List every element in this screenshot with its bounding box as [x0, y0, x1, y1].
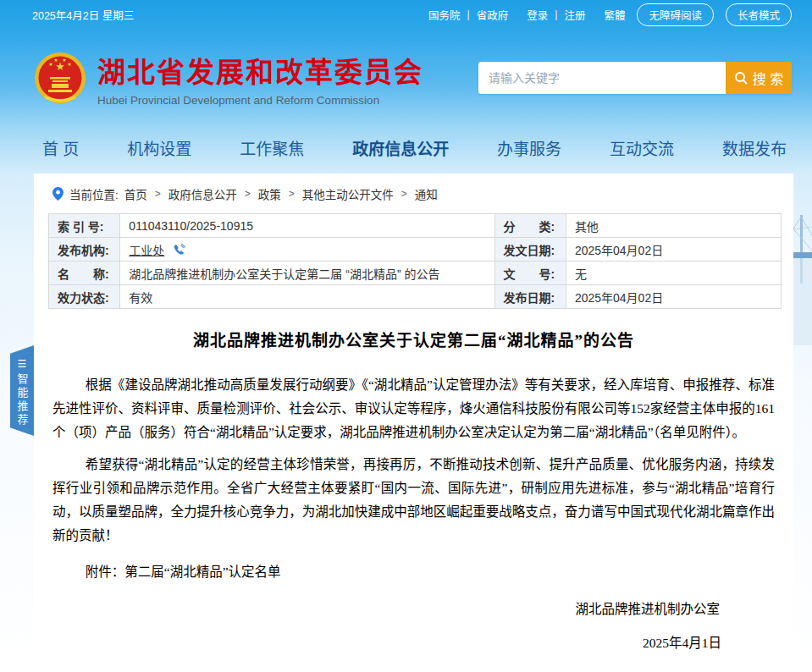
meta-value-doc-number: 无	[566, 262, 781, 285]
nav-item-organization[interactable]: 机构设置	[127, 136, 191, 159]
elder-mode-button[interactable]: 长者模式	[726, 3, 792, 26]
breadcrumb-notice[interactable]: 通知	[415, 185, 438, 202]
document-meta-table: 索 引 号: 011043110/2025-10915 分 类: 其他 发布机构…	[48, 213, 782, 309]
meta-value-category: 其他	[566, 214, 781, 238]
breadcrumb-separator: >	[401, 188, 407, 200]
register-link[interactable]: 注册	[564, 7, 585, 23]
divider: |	[467, 8, 469, 20]
breadcrumb-separator: >	[289, 188, 295, 200]
table-row: 发布机构: 工业处 发文日期: 2025年04月02日	[49, 238, 782, 262]
national-emblem-logo: ★ ★ ★ ★ ★	[34, 52, 86, 104]
meta-value-publish-date: 2025年04月02日	[566, 285, 781, 309]
signature-org: 湖北品牌推进机制办公室	[34, 598, 793, 617]
page: 2025年4月2日 星期三 国务院 | 省政府 登录 | 注册 繁體 无障碍阅读…	[0, 0, 812, 672]
breadcrumb-home[interactable]: 首页	[124, 185, 147, 202]
search-icon	[734, 71, 748, 85]
meta-label-index-number: 索 引 号:	[49, 214, 120, 238]
brand[interactable]: ★ ★ ★ ★ ★ 湖北省发展和改革委员会 Hubei Provincial D…	[34, 50, 423, 107]
meta-value-name: 湖北品牌推进机制办公室关于认定第二届 “湖北精品” 的公告	[120, 262, 494, 285]
content-panel: 当前位置: 首页 > 政府信息公开 > 政策 > 其他主动公开文件 > 通知 索…	[34, 174, 793, 672]
signature-date: 2025年4月1日	[34, 632, 793, 651]
breadcrumb-separator: >	[245, 188, 251, 200]
meta-label-category: 分 类:	[494, 214, 566, 238]
breadcrumb-prefix: 当前位置:	[69, 185, 119, 202]
divider: |	[555, 8, 557, 20]
gov-links: 国务院 | 省政府	[428, 7, 508, 23]
ribbon-label: 智能推荐	[14, 373, 30, 427]
svg-text:★: ★	[48, 62, 52, 67]
breadcrumb-separator: >	[155, 188, 161, 200]
article-title: 湖北品牌推进机制办公室关于认定第二届“湖北精品”的公告	[34, 328, 793, 350]
meta-label-validity: 效力状态:	[49, 285, 120, 309]
meta-label-issuing-agency: 发布机构:	[49, 238, 120, 262]
account-links: 登录 | 注册	[527, 7, 585, 23]
search-button-label: 搜 索	[753, 68, 783, 88]
search-bar: 搜 索	[478, 62, 792, 94]
meta-label-name: 名 称:	[49, 262, 120, 285]
brand-text: 湖北省发展和改革委员会 Hubei Provincial Development…	[97, 50, 423, 107]
top-bar-links: 国务院 | 省政府 登录 | 注册 繁體 无障碍阅读 长者模式	[428, 3, 792, 26]
meta-value-index-number: 011043110/2025-10915	[120, 214, 494, 238]
meta-label-publish-date: 发布日期:	[494, 285, 566, 309]
article-paragraph-1: 根据《建设品牌湖北推动高质量发展行动纲要》《“湖北精品”认定管理办法》等有关要求…	[52, 373, 775, 444]
table-row: 效力状态: 有效 发布日期: 2025年04月02日	[49, 285, 782, 309]
table-row: 名 称: 湖北品牌推进机制办公室关于认定第二届 “湖北精品” 的公告 文 号: …	[49, 262, 782, 285]
table-row: 索 引 号: 011043110/2025-10915 分 类: 其他	[49, 214, 782, 238]
search-input[interactable]	[478, 62, 726, 94]
top-bar: 2025年4月2日 星期三 国务院 | 省政府 登录 | 注册 繁體 无障碍阅读…	[0, 0, 812, 29]
article-paragraph-2: 希望获得“湖北精品”认定的经营主体珍惜荣誉，再接再厉，不断推动技术创新、提升产品…	[52, 453, 775, 548]
attachment-line[interactable]: 附件：第二届“湖北精品”认定名单	[52, 561, 775, 580]
accessibility-button[interactable]: 无障碍阅读	[637, 3, 714, 26]
meta-value-validity: 有效	[120, 285, 494, 309]
phone-icon[interactable]	[173, 244, 185, 256]
breadcrumb-gov-info[interactable]: 政府信息公开	[168, 185, 237, 202]
location-pin-icon	[52, 187, 64, 201]
search-button[interactable]: 搜 索	[726, 62, 792, 94]
nav-item-gov-info-disclosure[interactable]: 政府信息公开	[352, 136, 449, 159]
current-date: 2025年4月2日 星期三	[32, 7, 134, 23]
nav-item-work-focus[interactable]: 工作聚焦	[240, 136, 304, 159]
meta-value-issuing-agency: 工业处	[120, 238, 494, 262]
site-subtitle: Hubei Provincial Development and Reform …	[97, 94, 423, 107]
state-council-link[interactable]: 国务院	[428, 7, 461, 23]
nav-item-home[interactable]: 首 页	[42, 136, 79, 159]
traditional-chinese-link[interactable]: 繁體	[604, 7, 625, 23]
nav-item-interaction[interactable]: 互动交流	[610, 136, 674, 159]
site-header: ★ ★ ★ ★ ★ 湖北省发展和改革委员会 Hubei Provincial D…	[0, 29, 812, 127]
department-link[interactable]: 工业处	[129, 244, 164, 257]
site-title: 湖北省发展和改革委员会	[97, 50, 423, 91]
smart-recommend-ribbon[interactable]: ☰ 智能推荐	[10, 345, 34, 436]
main-nav: 首 页 机构设置 工作聚焦 政府信息公开 办事服务 互动交流 数据发布	[0, 127, 812, 174]
login-link[interactable]: 登录	[527, 7, 548, 23]
meta-label-doc-number: 文 号:	[494, 262, 566, 285]
breadcrumb-policy[interactable]: 政策	[258, 185, 281, 202]
nav-item-data-release[interactable]: 数据发布	[722, 136, 787, 159]
meta-label-issue-date: 发文日期:	[494, 238, 566, 262]
article: 湖北品牌推进机制办公室关于认定第二届“湖北精品”的公告 根据《建设品牌湖北推动高…	[34, 328, 793, 651]
svg-text:★: ★	[62, 58, 66, 63]
svg-text:★: ★	[67, 62, 71, 67]
svg-text:★: ★	[53, 58, 58, 63]
meta-value-issue-date: 2025年04月02日	[566, 238, 781, 262]
breadcrumb-other-public-docs[interactable]: 其他主动公开文件	[302, 185, 394, 202]
menu-icon: ☰	[18, 359, 27, 369]
breadcrumb: 当前位置: 首页 > 政府信息公开 > 政策 > 其他主动公开文件 > 通知	[34, 174, 793, 202]
provincial-gov-link[interactable]: 省政府	[477, 7, 509, 23]
nav-item-services[interactable]: 办事服务	[497, 136, 561, 159]
